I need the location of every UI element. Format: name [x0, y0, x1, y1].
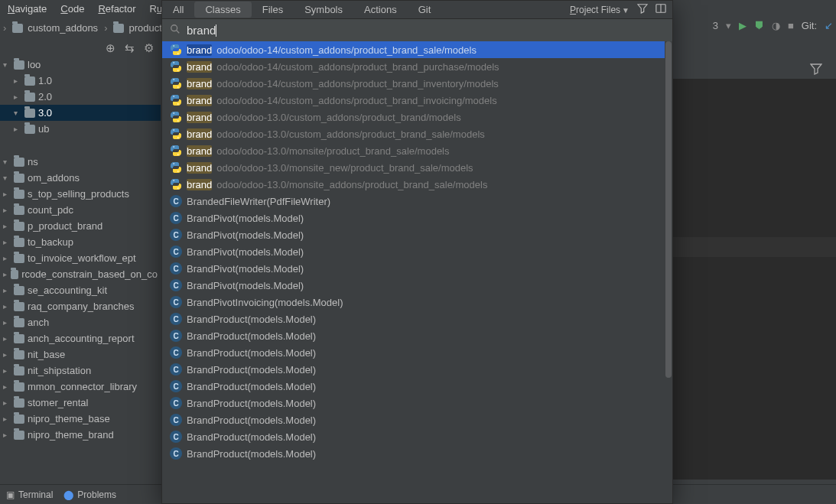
tree-item[interactable]: ▸p_product_brand [0, 218, 161, 234]
class-icon: C [170, 447, 182, 460]
tree-item[interactable]: ▸1.0 [0, 73, 161, 89]
run-toolbar: 3 ▾ ▶ ⛊ ◑ ■ Git: ↙ [713, 20, 833, 31]
python-file-icon [170, 178, 182, 190]
tree-item[interactable]: ▸nit_base [0, 346, 161, 363]
search-result-row[interactable]: CBrandPivotInvoicing(models.Model) [162, 294, 672, 311]
search-result-row[interactable]: CBrandProduct(models.Model) [162, 411, 672, 428]
tab-actions[interactable]: Actions [353, 2, 408, 18]
tree-item[interactable]: ▸2.0 [0, 89, 161, 105]
dropdown-arrow-icon[interactable]: ▾ [726, 20, 731, 31]
folder-icon [14, 190, 24, 199]
tree-item[interactable]: ▾3.0 [0, 105, 161, 121]
open-in-tool-window-icon[interactable] [655, 3, 666, 16]
search-result-row[interactable]: brandodoo/odoo-13.0/monsite_new/product_… [162, 159, 672, 176]
tree-item[interactable]: ▸to_backup [0, 234, 161, 250]
folder-icon [14, 366, 24, 376]
search-result-row[interactable]: CBrandProduct(models.Model) [162, 445, 672, 462]
search-result-row[interactable]: CBrandedFileWriter(PdfFileWriter) [162, 193, 672, 210]
tree-item[interactable]: ▸mmon_connector_library [0, 379, 161, 395]
debug-bug-icon[interactable]: ⛊ [754, 20, 764, 31]
search-result-row[interactable]: CBrandProduct(models.Model) [162, 327, 672, 344]
class-icon: C [170, 229, 182, 241]
python-file-icon [170, 161, 182, 174]
run-play-icon[interactable]: ▶ [739, 20, 747, 31]
folder-icon [24, 76, 35, 86]
folder-icon [12, 24, 23, 33]
tree-item[interactable]: ▸raq_company_branches [0, 298, 161, 314]
search-result-row[interactable]: brandodoo/odoo-13.0/monsite_addons/produ… [162, 176, 672, 193]
search-result-row[interactable]: brandodoo/odoo-14/custom_addons/product_… [162, 75, 672, 92]
class-icon: C [170, 330, 182, 342]
expand-icon[interactable]: ⇆ [125, 41, 135, 55]
target-icon[interactable]: ⊕ [106, 41, 115, 55]
folder-icon [14, 158, 24, 167]
tree-item[interactable]: ▸anch_accounting_report [0, 330, 161, 346]
svg-point-16 [173, 146, 174, 148]
tree-item[interactable]: ▸rcode_constrain_based_on_co [0, 266, 161, 282]
search-result-row[interactable]: CBrandPivot(models.Model) [162, 210, 672, 226]
search-result-row[interactable]: CBrandPivot(models.Model) [162, 277, 672, 294]
coverage-icon[interactable]: ◑ [772, 20, 780, 31]
search-result-row[interactable]: CBrandProduct(models.Model) [162, 378, 672, 395]
tree-item[interactable]: ▸s_top_selling_products [0, 186, 161, 202]
search-result-row[interactable]: CBrandPivot(models.Model) [162, 260, 672, 277]
tree-item[interactable]: ▸anch [0, 314, 161, 330]
search-result-row[interactable]: brandodoo/odoo-13.0/custom_addons/produc… [162, 125, 672, 142]
tab-symbols[interactable]: Symbols [294, 2, 353, 18]
python-file-icon [170, 44, 182, 56]
folder-icon [14, 415, 24, 424]
search-input[interactable]: brand [187, 24, 216, 37]
tab-git[interactable]: Git [408, 2, 442, 18]
results-scrollbar[interactable] [665, 41, 672, 503]
problems-tool-button[interactable]: ⬤Problems [63, 489, 116, 500]
tab-classes[interactable]: Classes [194, 2, 251, 18]
search-result-row[interactable]: brandodoo/odoo-14/custom_addons/product_… [162, 92, 672, 109]
project-tree[interactable]: ▾loo ▸1.0 ▸2.0 ▾3.0 ▸ub ▾ns▾om_addons▸s_… [0, 57, 161, 480]
stop-icon[interactable]: ■ [788, 20, 794, 31]
tab-files[interactable]: Files [252, 2, 294, 18]
scrollbar-thumb[interactable] [665, 41, 672, 378]
tree-item[interactable]: ▸to_invoice_workflow_ept [0, 250, 161, 266]
gear-icon[interactable]: ⚙ [144, 41, 154, 55]
tree-item[interactable]: ▸nipro_theme_brand [0, 427, 161, 443]
search-result-row[interactable]: brandodoo/odoo-13.0/custom_addons/produc… [162, 109, 672, 125]
folder-icon [14, 382, 24, 392]
tree-item[interactable]: ▸nit_shipstation [0, 363, 161, 379]
tree-item[interactable]: ▸se_accounting_kit [0, 282, 161, 298]
filter-icon[interactable] [810, 63, 822, 75]
tab-all[interactable]: All [162, 2, 194, 18]
tree-item[interactable]: ▸count_pdc [0, 202, 161, 218]
tree-item[interactable]: ▾ns [0, 154, 161, 170]
svg-point-6 [173, 62, 174, 63]
search-result-row[interactable]: CBrandPivot(models.Model) [162, 243, 672, 260]
tree-item[interactable]: ▾om_addons [0, 170, 161, 186]
terminal-tool-button[interactable]: ▣Terminal [6, 489, 53, 500]
tree-item[interactable]: ▸nipro_theme_base [0, 411, 161, 427]
run-config-arrow[interactable]: 3 [713, 20, 718, 31]
terminal-icon: ▣ [6, 489, 15, 500]
python-file-icon [170, 77, 182, 89]
folder-icon [14, 174, 24, 183]
menu-navigate[interactable]: Navigate [8, 3, 47, 15]
git-update-icon[interactable]: ↙ [825, 20, 833, 31]
search-result-row[interactable]: brandodoo/odoo-13.0/monsite/product_bran… [162, 142, 672, 159]
search-result-row[interactable]: CBrandProduct(models.Model) [162, 311, 672, 327]
menu-code[interactable]: Code [60, 3, 84, 15]
chevron-right-icon: › [104, 22, 107, 34]
search-results[interactable]: brandodoo/odoo-14/custom_addons/product_… [162, 41, 672, 503]
search-result-row[interactable]: CBrandProduct(models.Model) [162, 395, 672, 411]
search-result-row[interactable]: brandodoo/odoo-14/custom_addons/product_… [162, 58, 672, 75]
folder-icon [14, 398, 24, 408]
tree-item[interactable]: ▾loo [0, 57, 161, 73]
tree-item[interactable]: ▸ub [0, 121, 161, 137]
search-result-row[interactable]: CBrandProduct(models.Model) [162, 344, 672, 361]
scope-dropdown[interactable]: Project Files▼ [570, 5, 629, 15]
search-result-row[interactable]: brandodoo/odoo-14/custom_addons/product_… [162, 41, 672, 58]
search-result-row[interactable]: CBrandPivot(models.Model) [162, 226, 672, 243]
tree-item[interactable]: ▸stomer_rental [0, 395, 161, 411]
breadcrumb-item[interactable]: custom_addons [9, 21, 101, 35]
search-result-row[interactable]: CBrandProduct(models.Model) [162, 361, 672, 378]
search-result-row[interactable]: CBrandProduct(models.Model) [162, 428, 672, 445]
filter-icon[interactable] [637, 3, 648, 16]
menu-refactor[interactable]: Refactor [98, 3, 135, 15]
